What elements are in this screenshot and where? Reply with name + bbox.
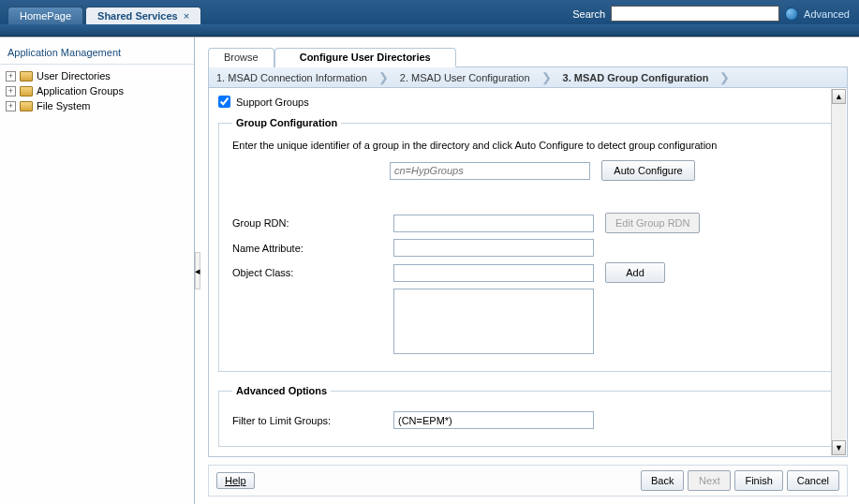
back-button[interactable]: Back [641,470,684,491]
group-configuration-fieldset: Group Configuration Enter the unique ide… [218,117,837,372]
search-input[interactable] [611,6,779,22]
advanced-search-link[interactable]: Advanced [804,8,850,20]
vertical-scrollbar[interactable]: ▲ ▼ [831,89,846,455]
cancel-button[interactable]: Cancel [787,470,839,491]
group-rdn-label: Group RDN: [232,217,382,229]
tree-item-label: User Directories [37,70,111,82]
tab-homepage[interactable]: HomePage [7,7,83,24]
form-body: Support Groups Group Configuration Enter… [208,88,848,457]
folder-icon [20,101,33,111]
chevron-right-icon: ❯ [719,70,730,84]
tree-item-application-groups[interactable]: + Application Groups [6,83,188,98]
tree-item-label: File System [37,100,90,111]
title-bar: HomePage Shared Services × Search Advanc… [0,0,859,24]
wizard-steps: 1. MSAD Connection Information ❯ 2. MSAD… [208,67,848,88]
search-label: Search [572,8,605,20]
wizard-step-2[interactable]: 2. MSAD User Configuration [400,72,530,83]
expand-icon[interactable]: + [6,71,16,82]
folder-icon [20,71,33,82]
filter-label: Filter to Limit Groups: [232,415,382,426]
close-icon[interactable]: × [184,10,189,22]
auto-configure-button[interactable]: Auto Configure [601,160,695,181]
chevron-right-icon: ❯ [378,70,389,84]
content-area: Application Management + User Directorie… [0,37,859,504]
edit-group-rdn-button: Edit Group RDN [605,213,700,233]
main-panel: Browse Configure User Directories 1. MSA… [200,37,859,504]
wizard-step-1[interactable]: 1. MSAD Connection Information [216,72,367,83]
advanced-options-fieldset: Advanced Options Filter to Limit Groups: [218,385,837,447]
tab-label: HomePage [20,10,71,22]
name-attribute-input[interactable] [393,239,594,257]
object-class-label: Object Class: [232,267,382,278]
unique-id-input[interactable] [390,162,590,180]
object-class-listbox[interactable] [393,289,594,354]
chevron-right-icon: ❯ [541,70,552,84]
tree-item-user-directories[interactable]: + User Directories [6,68,188,83]
name-attribute-label: Name Attribute: [232,243,382,254]
tab-browse[interactable]: Browse [208,48,274,67]
nav-tree: + User Directories + Application Groups … [0,65,194,117]
expand-icon[interactable]: + [6,101,16,111]
scroll-down-icon[interactable]: ▼ [832,440,846,455]
tab-shared-services[interactable]: Shared Services × [85,7,201,24]
tree-item-file-system[interactable]: + File System [6,98,188,113]
wizard-footer: Help Back Next Finish Cancel [208,465,848,497]
folder-icon [20,86,33,96]
support-groups-checkbox[interactable] [218,96,230,108]
finish-button[interactable]: Finish [734,470,782,491]
object-class-input[interactable] [393,264,594,282]
support-groups-label: Support Groups [236,96,309,108]
tab-configure-user-directories[interactable]: Configure User Directories [274,48,456,67]
group-rdn-input[interactable] [393,215,594,232]
sidebar-title: Application Management [0,43,194,65]
advanced-options-legend: Advanced Options [232,385,331,396]
sub-toolbar [0,24,859,37]
expand-icon[interactable]: + [6,86,16,96]
group-configuration-legend: Group Configuration [232,117,341,128]
browse-tabs: Browse Configure User Directories [208,47,848,67]
search-go-icon[interactable] [785,7,798,21]
help-button[interactable]: Help [216,472,255,489]
scroll-up-icon[interactable]: ▲ [832,89,846,104]
tree-item-label: Application Groups [37,85,124,96]
wizard-step-3[interactable]: 3. MSAD Group Configuration [563,72,709,83]
sidebar: Application Management + User Directorie… [0,37,195,504]
add-button[interactable]: Add [605,262,665,283]
topbar-right: Search Advanced [572,6,859,24]
filter-input[interactable] [393,411,594,429]
tab-label: Shared Services [97,10,178,22]
group-configuration-help: Enter the unique identifier of a group i… [232,140,823,151]
next-button: Next [688,470,731,491]
